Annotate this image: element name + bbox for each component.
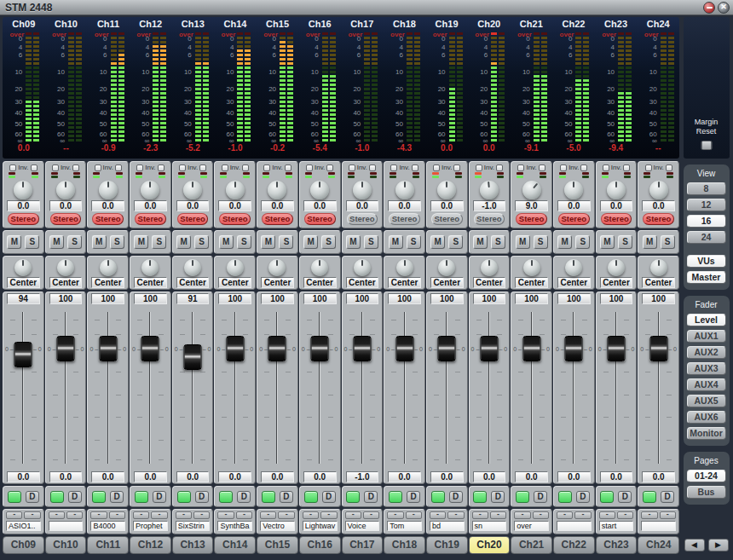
pan-knob[interactable] (523, 259, 540, 276)
fader-handle[interactable] (99, 336, 117, 361)
inv-checkbox-left[interactable] (179, 165, 186, 171)
link-button-right[interactable]: - (236, 511, 252, 519)
inv-checkbox-left[interactable] (349, 165, 355, 171)
on-button[interactable] (558, 491, 572, 503)
pages-option-bus[interactable]: Bus (687, 486, 726, 499)
fader-option-monitor[interactable]: Monitor (687, 427, 726, 440)
solo-button[interactable]: S (110, 235, 124, 249)
stereo-button[interactable]: Stereo (135, 213, 166, 225)
fader-handle[interactable] (565, 336, 583, 361)
name-field[interactable]: Vectro (260, 521, 295, 531)
direct-button[interactable]: D (110, 491, 124, 503)
channel-tab-ch09[interactable]: Ch09 (3, 536, 44, 554)
stereo-button[interactable]: Stereo (8, 213, 39, 225)
gain-knob[interactable] (395, 181, 414, 199)
stereo-button[interactable]: Stereo (347, 213, 378, 225)
view-option-8[interactable]: 8 (687, 182, 726, 195)
name-field[interactable]: SynthBa (217, 521, 252, 531)
mute-button[interactable]: M (516, 235, 530, 249)
inv-checkbox-left[interactable] (136, 165, 143, 171)
channel-tab-ch11[interactable]: Ch11 (87, 536, 129, 554)
on-button[interactable] (346, 491, 360, 503)
pan-knob[interactable] (354, 259, 371, 276)
stereo-button[interactable]: Stereo (262, 213, 293, 225)
link-button-left[interactable]: - (133, 511, 149, 519)
link-button-right[interactable]: - (24, 511, 40, 519)
link-button-left[interactable]: - (514, 511, 530, 519)
solo-button[interactable]: S (67, 235, 82, 249)
mute-button[interactable]: M (473, 235, 488, 249)
inv-checkbox-right[interactable] (623, 165, 630, 171)
mute-button[interactable]: M (389, 235, 403, 249)
fader[interactable]: 0 –– 0 (173, 307, 213, 469)
on-button[interactable] (389, 491, 402, 503)
fader[interactable]: 0 –– 0 (300, 307, 340, 469)
gain-knob[interactable] (310, 181, 329, 199)
mute-button[interactable]: M (219, 235, 234, 249)
direct-button[interactable]: D (661, 491, 674, 503)
inv-checkbox-left[interactable] (306, 165, 313, 171)
link-button-left[interactable]: - (599, 511, 615, 519)
direct-button[interactable]: D (618, 491, 632, 503)
inv-checkbox-left[interactable] (433, 165, 440, 171)
stereo-button[interactable]: Stereo (50, 213, 82, 225)
solo-button[interactable]: S (618, 235, 632, 249)
link-button-left[interactable]: - (49, 511, 65, 519)
on-button[interactable] (262, 491, 275, 503)
mute-button[interactable]: M (303, 235, 318, 249)
pan-knob[interactable] (227, 259, 244, 276)
fader[interactable]: 0 –– 0 (343, 307, 383, 469)
link-button-right[interactable]: - (320, 511, 337, 519)
inv-checkbox-left[interactable] (560, 165, 567, 171)
margin-reset-button[interactable] (701, 141, 712, 150)
inv-checkbox-left[interactable] (52, 165, 59, 171)
view-option-24[interactable]: 24 (687, 231, 726, 244)
fader-handle[interactable] (57, 336, 75, 361)
solo-button[interactable]: S (575, 235, 590, 249)
name-field[interactable] (557, 521, 592, 531)
on-button[interactable] (8, 491, 21, 503)
channel-tab-ch19[interactable]: Ch19 (426, 536, 468, 554)
on-button[interactable] (600, 491, 614, 503)
link-button-right[interactable]: - (66, 511, 83, 519)
solo-button[interactable]: S (152, 235, 166, 249)
fader-handle[interactable] (480, 336, 498, 361)
inv-checkbox-right[interactable] (412, 165, 418, 171)
on-button[interactable] (219, 491, 233, 503)
fader-option-aux1[interactable]: AUX1 (687, 330, 726, 343)
name-field[interactable]: B4000 (90, 521, 125, 531)
on-button[interactable] (50, 491, 64, 503)
channel-tab-ch24[interactable]: Ch24 (638, 536, 679, 554)
stereo-button[interactable]: Stereo (177, 213, 209, 225)
view-option-12[interactable]: 12 (687, 199, 726, 211)
direct-button[interactable]: D (26, 491, 39, 503)
solo-button[interactable]: S (407, 235, 421, 249)
pan-knob[interactable] (57, 259, 74, 276)
name-field[interactable]: bd (430, 521, 465, 531)
name-field[interactable]: over (514, 521, 549, 531)
name-field[interactable] (641, 521, 676, 531)
fader[interactable]: 0 –– 0 (215, 307, 255, 469)
stereo-button[interactable]: Stereo (219, 213, 251, 225)
fader-handle[interactable] (607, 336, 625, 361)
channel-tab-ch20[interactable]: Ch20 (469, 536, 511, 554)
channel-tab-ch21[interactable]: Ch21 (511, 536, 552, 554)
link-button-left[interactable]: - (641, 511, 657, 519)
inv-checkbox-left[interactable] (95, 165, 101, 171)
link-button-right[interactable]: - (490, 511, 506, 519)
on-button[interactable] (431, 491, 445, 503)
inv-checkbox-right[interactable] (158, 165, 164, 171)
gain-knob[interactable] (183, 181, 202, 199)
direct-button[interactable]: D (68, 491, 82, 503)
stereo-button[interactable]: Stereo (558, 213, 590, 225)
pan-knob[interactable] (141, 259, 159, 276)
inv-checkbox-left[interactable] (9, 165, 16, 171)
link-button-left[interactable]: - (303, 511, 319, 519)
channel-tab-ch12[interactable]: Ch12 (130, 536, 171, 554)
link-button-left[interactable]: - (472, 511, 488, 519)
solo-button[interactable]: S (491, 235, 505, 249)
pan-knob[interactable] (100, 259, 117, 276)
inv-checkbox-left[interactable] (476, 165, 482, 171)
on-button[interactable] (304, 491, 318, 503)
stereo-button[interactable]: Stereo (643, 213, 674, 225)
